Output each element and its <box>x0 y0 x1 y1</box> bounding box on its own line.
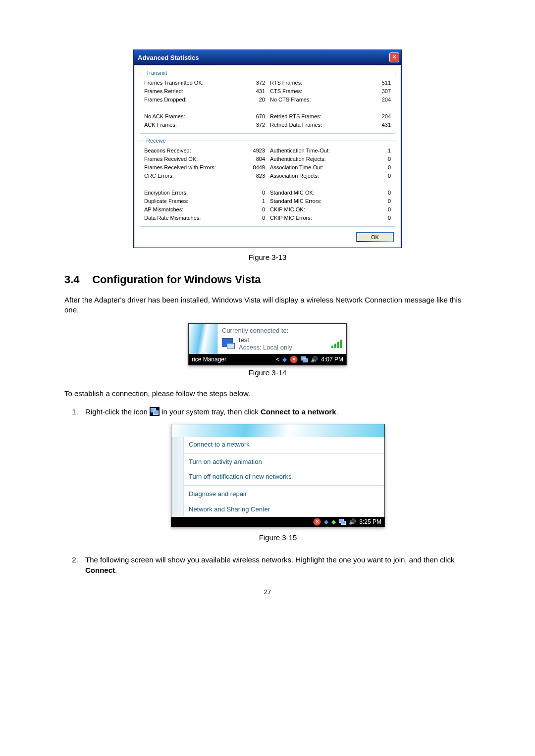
stat-label: Frames Received OK: <box>144 155 240 163</box>
stat-row: Authentication Time-Out:1 <box>270 147 391 155</box>
popup-heading: Currently connected to: <box>222 327 342 334</box>
dialog-body: Transmit Frames Transmitted OK:372Frames… <box>135 66 400 247</box>
ok-button[interactable]: OK <box>357 233 393 242</box>
step-2: The following screen will show you avail… <box>80 554 471 575</box>
tray-volume-icon[interactable]: 🔊 <box>311 356 318 363</box>
close-icon[interactable]: × <box>389 52 399 62</box>
stat-row: Encryption Errors:0 <box>144 189 265 197</box>
signal-strength-icon <box>331 339 342 348</box>
stat-row: AP Mismatches:0 <box>144 205 265 214</box>
tray-shield-icon[interactable]: ◆ <box>282 356 287 363</box>
section-number: 3.4 <box>64 273 89 286</box>
stat-value: 670 <box>240 112 265 121</box>
ctx-diagnose-repair[interactable]: Diagnose and repair <box>184 487 384 502</box>
transmit-legend: Transmit <box>144 70 169 76</box>
stat-row: No ACK Frames:670 <box>144 112 265 121</box>
network-name: test <box>239 336 327 344</box>
stat-label: Retried Data Frames: <box>270 121 366 129</box>
stat-value: 804 <box>240 155 265 163</box>
stat-label: CKIP MIC Errors: <box>270 214 366 222</box>
ctx-tray-app-icon[interactable]: ◆ <box>324 518 328 526</box>
step1-text-a: Right-click the icon <box>85 407 148 416</box>
stat-row: Association Rejects:0 <box>270 172 391 180</box>
stat-label: CTS Frames: <box>270 87 366 96</box>
stat-value: 431 <box>240 87 265 96</box>
stat-label: Data Rate Mismatches: <box>144 214 240 222</box>
stat-row: No CTS Frames:204 <box>270 96 391 104</box>
stat-label: Frames Retried: <box>144 87 240 96</box>
stat-value: 1 <box>366 147 391 155</box>
step1-bold: Connect to a network <box>261 407 336 416</box>
stat-row: Data Rate Mismatches:0 <box>144 214 265 222</box>
tray-arrow-icon[interactable]: < <box>276 356 279 363</box>
stat-row: Authentication Rejects:0 <box>270 155 391 163</box>
lan-icon <box>222 338 235 349</box>
transmit-right-col: RTS Frames:511CTS Frames:307No CTS Frame… <box>270 79 391 129</box>
intro-paragraph: After the Adapter's driver has been inst… <box>64 295 471 315</box>
stat-label: Beacons Received: <box>144 147 240 155</box>
transmit-left-col: Frames Transmitted OK:372Frames Retried:… <box>144 79 265 129</box>
stat-label: Frames Dropped: <box>144 96 240 104</box>
step-1: Right-click the icon in your system tray… <box>80 406 471 543</box>
ctx-tray-error-icon[interactable]: × <box>313 518 321 526</box>
receive-legend: Receive <box>144 138 168 144</box>
ctx-turn-on-activity[interactable]: Turn on activity animation <box>184 454 384 469</box>
stat-row: CTS Frames:307 <box>270 87 391 96</box>
stat-label: Standard MIC OK: <box>270 189 366 197</box>
stat-label: Encryption Errors: <box>144 189 240 197</box>
stat-row <box>270 180 391 189</box>
stat-row: Frames Retried:431 <box>144 87 265 96</box>
stat-row <box>144 104 265 112</box>
stat-row: Frames Received OK:804 <box>144 155 265 163</box>
stat-row: ACK Frames:372 <box>144 121 265 129</box>
stat-label: No CTS Frames: <box>270 96 366 104</box>
receive-group: Receive Beacons Received:4923Frames Rece… <box>139 138 396 227</box>
stat-value: 0 <box>240 214 265 222</box>
stat-row: Standard MIC OK:0 <box>270 189 391 197</box>
figure-3-14-caption: Figure 3-14 <box>64 368 471 377</box>
stat-row: CKIP MIC Errors:0 <box>270 214 391 222</box>
stat-label: Association Time-Out: <box>270 163 366 172</box>
context-window-top <box>171 424 384 437</box>
figure-3-13-caption: Figure 3-13 <box>64 253 471 261</box>
stat-value: 8449 <box>240 163 265 172</box>
stat-row: Association Time-Out:0 <box>270 163 391 172</box>
section-heading: 3.4 Configuration for Windows Vista <box>64 273 471 286</box>
stat-value: 0 <box>240 189 265 197</box>
stat-label: RTS Frames: <box>270 79 366 87</box>
stat-row <box>270 104 391 112</box>
context-stripe <box>171 437 184 517</box>
stat-value: 372 <box>240 121 265 129</box>
stat-row: Frames Dropped:20 <box>144 96 265 104</box>
stat-row: RTS Frames:511 <box>270 79 391 87</box>
stat-value: 511 <box>366 79 391 87</box>
step2-text-a: The following screen will show you avail… <box>85 555 454 564</box>
step1-text-b: in your system tray, then click <box>161 407 261 416</box>
section-title: Configuration for Windows Vista <box>92 273 261 286</box>
vista-connection-popup: Currently connected to: test Access: Loc… <box>188 323 347 365</box>
receive-right-col: Authentication Time-Out:1Authentication … <box>270 147 391 222</box>
stat-value: 0 <box>366 172 391 180</box>
tray-network-icon[interactable] <box>301 356 308 362</box>
ctx-network-sharing[interactable]: Network and Sharing Center <box>184 502 384 517</box>
stat-label: Retried RTS Frames: <box>270 112 366 121</box>
ctx-tray-volume-icon[interactable]: 🔊 <box>349 518 356 526</box>
step1-text-d: . <box>336 407 338 416</box>
stat-label: CKIP MIC OK: <box>270 205 366 214</box>
tray-error-icon[interactable]: × <box>290 355 298 363</box>
figure-3-15-caption: Figure 3-15 <box>85 532 471 543</box>
stat-value: 431 <box>366 121 391 129</box>
ctx-turn-off-notify[interactable]: Turn off notification of new networks <box>184 469 384 484</box>
step2-bold: Connect <box>85 566 115 574</box>
stat-value: 0 <box>366 189 391 197</box>
taskbar: rice Manager < ◆ × 🔊 4:07 PM <box>189 354 346 365</box>
dialog-title-text: Advanced Statistics <box>138 54 199 61</box>
ctx-tray-network-icon[interactable] <box>339 519 346 525</box>
ctx-tray-app2-icon[interactable]: ◆ <box>331 518 336 526</box>
stat-value: 4923 <box>240 147 265 155</box>
stat-row: Duplicate Frames:1 <box>144 197 265 205</box>
stat-row: Frames Received with Errors:8449 <box>144 163 265 172</box>
stat-value: 0 <box>366 197 391 205</box>
ctx-connect-to-network[interactable]: Connect to a network <box>184 437 384 452</box>
steps-list: Right-click the icon in your system tray… <box>64 406 471 576</box>
